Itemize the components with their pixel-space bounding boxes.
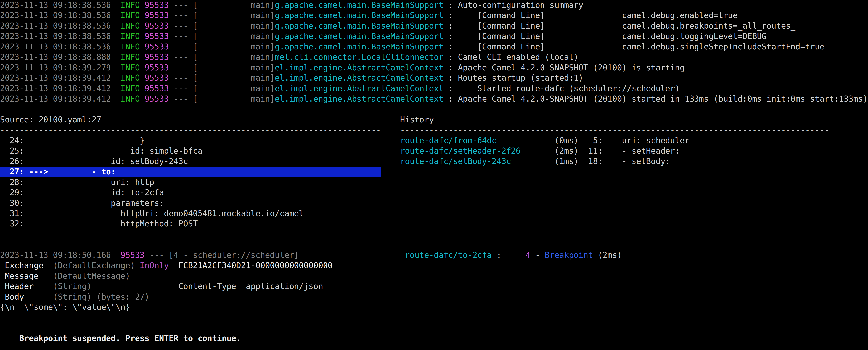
source-separator: ----------------------------------------… (0, 125, 381, 135)
timestamp: 2023-11-13 09:18:38.536 (0, 0, 111, 10)
prompt-line: Breakpoint suspended. Press ENTER to con… (0, 333, 241, 344)
exchange-pattern: InOnly (140, 261, 169, 270)
exchange-row: Body (String) (bytes: 27) (0, 292, 149, 302)
thread-name: --- [ main] (169, 0, 275, 10)
field-type: (String) (53, 292, 92, 301)
code-text: - setBody: (603, 157, 670, 166)
source-code-line: 25: id: simple-bfca (0, 146, 203, 156)
startup-log-line: 2023-11-13 09:18:39.412 INFO 95533 --- [… (0, 84, 680, 94)
history-entry: route-dafc/setHeader-2f26 (2ms) 11: - se… (400, 146, 680, 156)
logger-name: g.apache.camel.main.BaseMainSupport (275, 21, 443, 31)
exchange-id: FCB21A2CF340D21-0000000000000000 (179, 261, 333, 270)
exchange-row: Exchange (DefaultExchange) InOnly FCB21A… (0, 260, 333, 271)
thread-name: --- [ main] (169, 32, 275, 41)
source-code-line: 32: httpMethod: POST (0, 219, 198, 229)
text-run (140, 42, 145, 52)
process-id: 95533 (145, 32, 169, 41)
text-run: : (443, 0, 458, 10)
text-run: : (443, 94, 458, 103)
source-code-line: 26: id: setBody-243c (0, 156, 188, 167)
code-text: id: setBody-243c (24, 157, 188, 166)
timestamp: 2023-11-13 09:18:50.166 (0, 251, 111, 260)
process-id: 95533 (145, 11, 169, 20)
history-panel-title: History (400, 115, 434, 125)
text-run (111, 251, 121, 260)
prompt-message: Breakpoint suspended. Press ENTER to con… (0, 334, 241, 343)
text-run (140, 21, 145, 31)
field-label: Header (0, 282, 34, 291)
text-run (140, 32, 145, 41)
code-text: httpUri: demo0405481.mockable.io/camel (24, 209, 304, 218)
source-code-line: 24: } (0, 135, 145, 146)
process-id: 95533 (145, 94, 169, 103)
text-run: : (443, 63, 458, 72)
line-number: 31: (0, 209, 24, 218)
text-run (111, 21, 121, 31)
step-count: 4 (525, 251, 530, 260)
field-label: Exchange (0, 261, 43, 270)
log-level: INFO (121, 73, 140, 83)
text-run (511, 157, 554, 166)
code-text: httpMethod: POST (24, 219, 197, 228)
code-text: uri: scheduler (603, 136, 689, 145)
logger-name: el.impl.engine.AbstractCamelContext (275, 73, 443, 83)
text-run (111, 53, 121, 62)
text-run: : (443, 42, 458, 52)
node-id: route-dafc/setHeader-2f26 (400, 146, 521, 156)
exchange-log-line: 2023-11-13 09:18:50.166 95533 --- [4 - s… (0, 250, 299, 260)
code-text: uri: http (24, 178, 154, 187)
duration: (0ms) (554, 136, 579, 145)
terminal-screen[interactable]: 2023-11-13 09:18:38.536 INFO 95533 --- [… (0, 0, 868, 350)
log-message: Started route-dafc (scheduler://schedule… (458, 84, 680, 93)
process-id: 95533 (145, 53, 169, 62)
startup-log-line: 2023-11-13 09:18:38.536 INFO 95533 --- [… (0, 21, 796, 31)
text-run (521, 146, 554, 156)
thread-name: --- [ main] (169, 11, 275, 20)
text-run (140, 94, 145, 103)
node-id: route-dafc/setBody-243c (400, 157, 511, 166)
thread-name: --- [ main] (169, 42, 275, 52)
process-id: 95533 (145, 84, 169, 93)
text-run (140, 73, 145, 83)
code-text: id: simple-bfca (24, 146, 203, 156)
text-run (111, 94, 121, 103)
text-run (135, 261, 140, 270)
field-label: Body (0, 292, 24, 301)
log-level: INFO (121, 11, 140, 20)
text-run (501, 251, 525, 260)
history-entry: route-dafc/from-64dc (0ms) 5: uri: sched… (400, 135, 689, 146)
text-run (140, 11, 145, 20)
startup-log-line: 2023-11-13 09:18:39.412 INFO 95533 --- [… (0, 94, 868, 104)
line-number: 26: (0, 157, 24, 166)
timestamp: 2023-11-13 09:18:38.536 (0, 21, 111, 31)
startup-log-line: 2023-11-13 09:18:38.536 INFO 95533 --- [… (0, 42, 825, 52)
duration: (2ms) (554, 146, 579, 156)
source-file-reference: Source: 20100.yaml:27 (0, 115, 101, 124)
thread-name: --- [ main] (169, 94, 275, 103)
log-level: INFO (121, 21, 140, 31)
field-label: Message (0, 271, 38, 281)
log-message: [Command Line] camel.debug.breakpoints=_… (458, 21, 796, 31)
source-code-line: 31: httpUri: demo0405481.mockable.io/cam… (0, 209, 304, 219)
code-text: id: to-2cfa (24, 188, 164, 197)
text-run (236, 282, 246, 291)
history-separator: ----------------------------------------… (400, 125, 829, 135)
logger-name: el.impl.engine.AbstractCamelContext (275, 63, 443, 72)
timestamp: 2023-11-13 09:18:38.536 (0, 42, 111, 52)
exchange-row: Message (DefaultMessage) (0, 271, 130, 281)
separator-dashes: ----------------------------------------… (0, 125, 381, 135)
timestamp: 2023-11-13 09:18:39.279 (0, 63, 111, 72)
text-run (140, 84, 145, 93)
text-run (43, 261, 53, 270)
line-ref: 5: (579, 136, 602, 145)
timestamp: 2023-11-13 09:18:39.412 (0, 84, 111, 93)
source-code-line: 28: uri: http (0, 177, 154, 188)
message-body-line: {\n \"some\": \"value\"\n} (0, 302, 130, 313)
line-number: 28: (0, 178, 24, 187)
code-text: parameters: (24, 198, 164, 208)
log-message: Apache Camel 4.2.0-SNAPSHOT (20100) star… (458, 94, 868, 103)
node-id: route-dafc/from-64dc (400, 136, 497, 145)
text-run (140, 63, 145, 72)
text-run (140, 0, 145, 10)
startup-log-line: 2023-11-13 09:18:38.536 INFO 95533 --- [… (0, 31, 767, 41)
